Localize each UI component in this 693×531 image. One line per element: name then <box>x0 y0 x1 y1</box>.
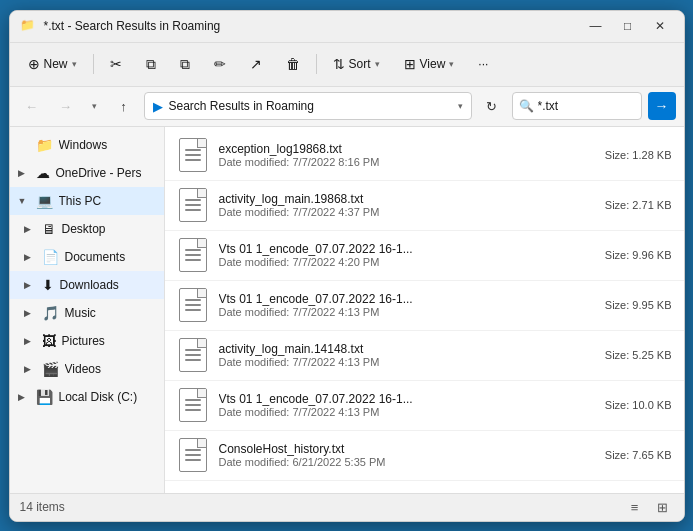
sidebar-item-localdisk[interactable]: ▶ 💾 Local Disk (C:) <box>10 383 164 411</box>
sidebar-item-label: Pictures <box>62 334 156 348</box>
pictures-icon: 🖼 <box>42 333 56 349</box>
chevron-icon: ▶ <box>24 252 36 262</box>
new-chevron-icon: ▾ <box>72 59 77 69</box>
toolbar-sep-1 <box>93 54 94 74</box>
cut-button[interactable]: ✂ <box>100 48 132 80</box>
sidebar-item-windows[interactable]: 📁 Windows <box>10 131 164 159</box>
txt-file-icon <box>179 388 207 422</box>
txt-line-2 <box>185 204 201 206</box>
list-item[interactable]: Vts 01 1_encode_07.07.2022 16-1... Date … <box>165 281 684 331</box>
list-item[interactable]: exception_log19868.txt Date modified: 7/… <box>165 131 684 181</box>
file-icon <box>177 237 209 273</box>
minimize-button[interactable]: — <box>582 16 610 36</box>
sidebar-item-thispc[interactable]: ▼ 💻 This PC <box>10 187 164 215</box>
file-info: ConsoleHost_history.txt Date modified: 6… <box>219 442 595 468</box>
list-view-button[interactable]: ≡ <box>624 496 646 518</box>
forward-button[interactable]: → <box>52 92 80 120</box>
file-name: Vts 01 1_encode_07.07.2022 16-1... <box>219 292 595 306</box>
sidebar-item-music[interactable]: ▶ 🎵 Music <box>10 299 164 327</box>
file-info: exception_log19868.txt Date modified: 7/… <box>219 142 595 168</box>
address-bar: ← → ▾ ↑ ▶ Search Results in Roaming ▾ ↻ … <box>10 87 684 127</box>
more-icon: ··· <box>478 57 488 71</box>
txt-file-icon <box>179 288 207 322</box>
search-box: 🔍 ✕ <box>512 92 642 120</box>
grid-view-button[interactable]: ⊞ <box>652 496 674 518</box>
list-item[interactable]: Vts 01 1_encode_07.07.2022 16-1... Date … <box>165 381 684 431</box>
path-chevron-icon: ▾ <box>458 101 463 111</box>
search-go-button[interactable]: → <box>648 92 676 120</box>
toolbar-sep-2 <box>316 54 317 74</box>
paste-button[interactable]: ⧉ <box>170 48 200 80</box>
file-date: Date modified: 7/7/2022 4:13 PM <box>219 306 595 318</box>
file-icon <box>177 437 209 473</box>
search-icon: 🔍 <box>519 99 534 113</box>
file-name: activity_log_main.19868.txt <box>219 192 595 206</box>
txt-line-3 <box>185 359 201 361</box>
grid-view-icon: ⊞ <box>657 500 668 515</box>
rename-button[interactable]: ✏ <box>204 48 236 80</box>
file-date: Date modified: 7/7/2022 4:13 PM <box>219 406 595 418</box>
maximize-button[interactable]: □ <box>614 16 642 36</box>
more-button[interactable]: ··· <box>468 48 498 80</box>
file-icon <box>177 287 209 323</box>
view-button[interactable]: ⊞ View ▾ <box>394 48 465 80</box>
file-list: exception_log19868.txt Date modified: 7/… <box>165 127 684 493</box>
file-info: activity_log_main.14148.txt Date modifie… <box>219 342 595 368</box>
sidebar-item-label: Documents <box>65 250 156 264</box>
sidebar-item-desktop[interactable]: ▶ 🖥 Desktop <box>10 215 164 243</box>
txt-line-2 <box>185 304 201 306</box>
close-button[interactable]: ✕ <box>646 16 674 36</box>
sidebar-item-documents[interactable]: ▶ 📄 Documents <box>10 243 164 271</box>
history-chevron-button[interactable]: ▾ <box>86 92 104 120</box>
back-button[interactable]: ← <box>18 92 46 120</box>
txt-line-3 <box>185 459 201 461</box>
file-size: Size: 1.28 KB <box>605 149 672 161</box>
file-size: Size: 10.0 KB <box>605 399 672 411</box>
paste-icon: ⧉ <box>180 56 190 73</box>
chevron-icon: ▶ <box>24 364 36 374</box>
sidebar-item-onedrive[interactable]: ▶ ☁ OneDrive - Pers <box>10 159 164 187</box>
sidebar-item-label: OneDrive - Pers <box>56 166 156 180</box>
sort-button[interactable]: ⇅ Sort ▾ <box>323 48 390 80</box>
chevron-icon: ▶ <box>24 280 36 290</box>
computer-icon: 💻 <box>36 193 53 209</box>
sidebar-item-downloads[interactable]: ▶ ⬇ Downloads <box>10 271 164 299</box>
file-date: Date modified: 7/7/2022 4:20 PM <box>219 256 595 268</box>
chevron-icon: ▶ <box>24 224 36 234</box>
up-icon: ↑ <box>120 99 127 114</box>
sidebar-item-pictures[interactable]: ▶ 🖼 Pictures <box>10 327 164 355</box>
sort-icon: ⇅ <box>333 56 345 72</box>
cut-icon: ✂ <box>110 56 122 72</box>
up-button[interactable]: ↑ <box>110 92 138 120</box>
list-item[interactable]: ConsoleHost_history.txt Date modified: 6… <box>165 431 684 481</box>
sidebar-item-videos[interactable]: ▶ 🎬 Videos <box>10 355 164 383</box>
rename-icon: ✏ <box>214 56 226 72</box>
txt-line-1 <box>185 449 201 451</box>
copy-button[interactable]: ⧉ <box>136 48 166 80</box>
txt-file-icon <box>179 238 207 272</box>
view-chevron-icon: ▾ <box>449 59 454 69</box>
txt-file-icon <box>179 188 207 222</box>
share-icon: ↗ <box>250 56 262 72</box>
file-info: Vts 01 1_encode_07.07.2022 16-1... Date … <box>219 292 595 318</box>
new-button[interactable]: ⊕ New ▾ <box>18 48 87 80</box>
chevron-icon: ▶ <box>18 392 30 402</box>
list-item[interactable]: activity_log_main.19868.txt Date modifie… <box>165 181 684 231</box>
file-date: Date modified: 7/7/2022 4:13 PM <box>219 356 595 368</box>
share-button[interactable]: ↗ <box>240 48 272 80</box>
file-date: Date modified: 7/7/2022 8:16 PM <box>219 156 595 168</box>
address-path-box[interactable]: ▶ Search Results in Roaming ▾ <box>144 92 472 120</box>
chevron-icon: ▶ <box>24 308 36 318</box>
window-title: *.txt - Search Results in Roaming <box>44 19 582 33</box>
toolbar: ⊕ New ▾ ✂ ⧉ ⧉ ✏ ↗ 🗑 ⇅ Sort ▾ ⊞ <box>10 43 684 87</box>
txt-line-1 <box>185 349 201 351</box>
txt-line-2 <box>185 254 201 256</box>
file-size: Size: 2.71 KB <box>605 199 672 211</box>
desktop-icon: 🖥 <box>42 221 56 237</box>
list-item[interactable]: Vts 01 1_encode_07.07.2022 16-1... Date … <box>165 231 684 281</box>
delete-button[interactable]: 🗑 <box>276 48 310 80</box>
txt-line-2 <box>185 354 201 356</box>
refresh-button[interactable]: ↻ <box>478 92 506 120</box>
list-item[interactable]: activity_log_main.14148.txt Date modifie… <box>165 331 684 381</box>
sidebar-item-label: Downloads <box>60 278 156 292</box>
